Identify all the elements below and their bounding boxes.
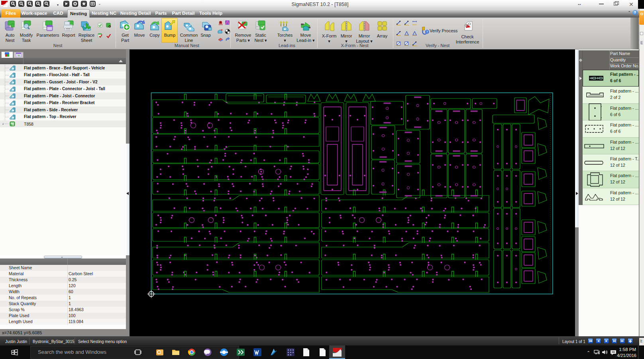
svg-text:?: ? <box>426 30 428 34</box>
